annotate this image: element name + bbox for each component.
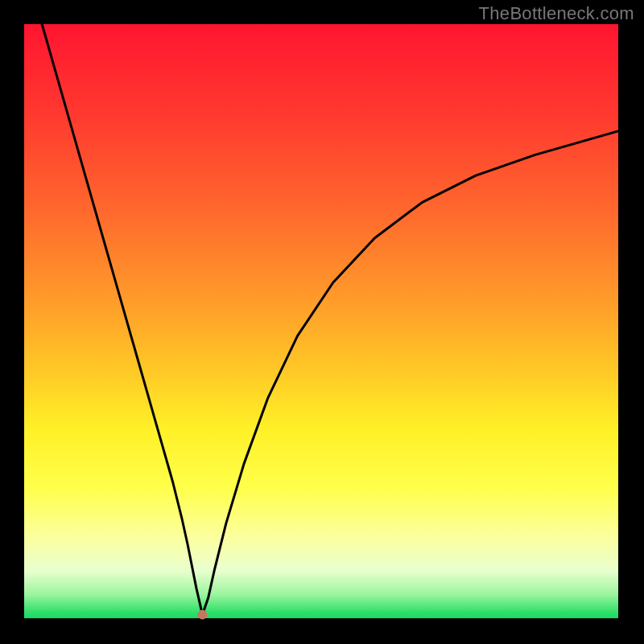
- chart-stage: TheBottleneck.com: [0, 0, 644, 644]
- plot-area: [24, 24, 618, 618]
- curve-svg: [24, 24, 618, 618]
- minimum-marker: [197, 610, 207, 620]
- bottleneck-curve: [42, 24, 618, 615]
- watermark-text: TheBottleneck.com: [479, 3, 634, 24]
